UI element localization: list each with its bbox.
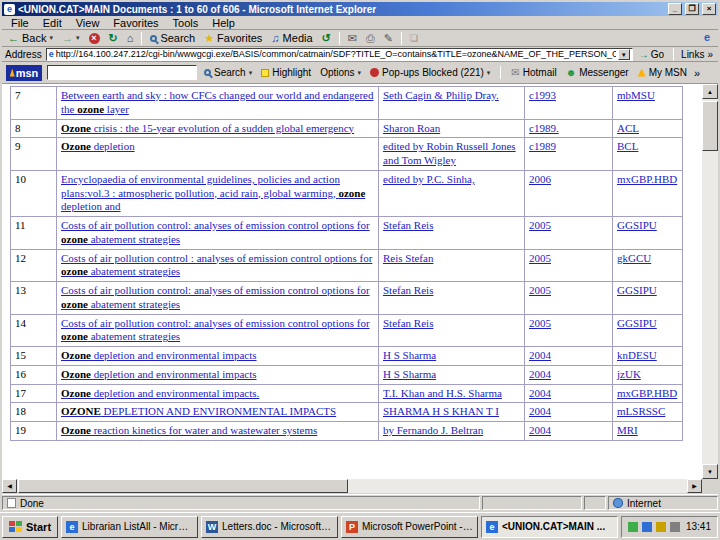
msn-highlight-button[interactable]: Highlight (259, 67, 313, 78)
close-button[interactable]: × (702, 3, 716, 15)
author-link[interactable]: T.I. Khan and H.S. Sharma (383, 387, 502, 399)
menu-help[interactable]: Help (205, 17, 242, 29)
title-link[interactable]: OZONE DEPLETION AND ENVIRONMENTAL IMPACT… (61, 405, 336, 417)
mail-button[interactable]: ✉ (344, 31, 361, 46)
author-link[interactable]: by Fernando J. Beltran (383, 424, 483, 436)
search-button[interactable]: Search (146, 31, 199, 46)
author-link[interactable]: Sharon Roan (383, 122, 440, 134)
taskbar-task[interactable]: WLetters.doc - Microsoft Word (201, 516, 338, 538)
horizontal-scroll-thumb[interactable] (18, 479, 348, 493)
year-link[interactable]: 2004 (529, 349, 551, 361)
start-button[interactable]: Start (2, 516, 58, 538)
menu-tools[interactable]: Tools (166, 17, 206, 29)
edit-button[interactable]: ✎ (380, 31, 397, 46)
year-link[interactable]: 2005 (529, 284, 551, 296)
code-link[interactable]: GGSIPU (617, 219, 657, 231)
vertical-scroll-thumb[interactable] (702, 101, 718, 151)
code-link[interactable]: ACL (617, 122, 639, 134)
title-link[interactable]: Between earth and sky : how CFCs changed… (61, 89, 374, 115)
title-link[interactable]: Ozone reaction kinetics for water and wa… (61, 424, 317, 436)
scroll-left-icon[interactable]: ◀ (2, 479, 17, 493)
code-link[interactable]: mLSRSSC (617, 405, 665, 417)
msn-popups-button[interactable]: Pop-ups Blocked (221) ▾ (368, 67, 492, 78)
year-link[interactable]: c1993 (529, 89, 556, 101)
menu-file[interactable]: File (4, 17, 36, 29)
title-link[interactable]: Ozone depletion and environmental impact… (61, 387, 259, 399)
code-link[interactable]: gkGCU (617, 252, 651, 264)
code-link[interactable]: GGSIPU (617, 317, 657, 329)
home-button[interactable]: ⌂ (123, 31, 138, 46)
year-link[interactable]: 2004 (529, 368, 551, 380)
code-link[interactable]: jzUK (617, 368, 641, 380)
author-link[interactable]: Stefan Reis (383, 284, 433, 296)
title-link[interactable]: Ozone depletion and environmental impact… (61, 349, 257, 361)
msn-search-input[interactable] (47, 65, 197, 80)
title-link[interactable]: Ozone depletion (61, 140, 135, 152)
title-link[interactable]: Costs of air pollution control : analyse… (61, 252, 372, 278)
tray-icon[interactable] (642, 522, 652, 532)
author-link[interactable]: Reis Stefan (383, 252, 433, 264)
year-link[interactable]: 2005 (529, 219, 551, 231)
tray-icon[interactable] (670, 522, 680, 532)
msn-options-button[interactable]: Options ▾ (318, 67, 363, 78)
title-link[interactable]: Encyclopaedia of environmental guideline… (61, 173, 365, 213)
author-link[interactable]: edited by Robin Russell Jones and Tom Wi… (383, 140, 516, 166)
minimize-button[interactable]: _ (668, 3, 682, 15)
msn-mymsn-button[interactable]: My MSN (636, 67, 689, 78)
author-link[interactable]: edited by P.C. Sinha, (383, 173, 475, 185)
horizontal-scrollbar[interactable]: ◀ ▶ (2, 479, 702, 493)
forward-button[interactable]: → ▾ (58, 31, 84, 46)
print-button[interactable]: ⎙ (362, 31, 379, 46)
menu-favorites[interactable]: Favorites (106, 17, 165, 29)
tray-icon[interactable] (656, 522, 666, 532)
author-link[interactable]: Seth Cagin & Philip Dray. (383, 89, 499, 101)
author-link[interactable]: H S Sharma (383, 368, 436, 380)
menu-view[interactable]: View (69, 17, 107, 29)
code-link[interactable]: BCL (617, 140, 638, 152)
title-link[interactable]: Ozone depletion and environmental impact… (61, 368, 257, 380)
favorites-button[interactable]: ★ Favorites (200, 31, 266, 46)
back-button[interactable]: ← Back ▾ (4, 31, 57, 46)
year-link[interactable]: 2004 (529, 424, 551, 436)
title-link[interactable]: Ozone crisis : the 15-year evolution of … (61, 122, 354, 134)
code-link[interactable]: MRI (617, 424, 638, 436)
year-link[interactable]: 2005 (529, 252, 551, 264)
code-link[interactable]: GGSIPU (617, 284, 657, 296)
author-link[interactable]: Stefan Reis (383, 219, 433, 231)
scroll-right-icon[interactable]: ▶ (687, 479, 702, 493)
code-link[interactable]: mxGBP.HBD (617, 173, 677, 185)
code-link[interactable]: mbMSU (617, 89, 655, 101)
taskbar-task[interactable]: e<UNION.CAT>MAIN ... (481, 516, 618, 538)
author-link[interactable]: H S Sharma (383, 349, 436, 361)
menu-edit[interactable]: Edit (36, 17, 69, 29)
address-dropdown-icon[interactable]: ▾ (618, 49, 630, 60)
msn-messenger-button[interactable]: ☻ Messenger (564, 67, 631, 78)
stop-button[interactable]: × (85, 31, 104, 46)
year-link[interactable]: c1989. (529, 122, 559, 134)
refresh-button[interactable]: ↻ (105, 31, 122, 46)
title-link[interactable]: Costs of air pollution control: analyses… (61, 284, 370, 310)
taskbar-task[interactable]: eLibrarian ListAll - Microsof... (61, 516, 198, 538)
restore-button[interactable]: ❐ (685, 3, 699, 15)
discuss-button[interactable]: ❏ (406, 31, 422, 46)
year-link[interactable]: c1989 (529, 140, 556, 152)
address-input[interactable]: e http://164.100.247.212/cgi-bin/wwwgcgi… (46, 48, 633, 61)
year-link[interactable]: 2004 (529, 405, 551, 417)
media-button[interactable]: ♫ Media (267, 31, 316, 46)
year-link[interactable]: 2006 (529, 173, 551, 185)
title-link[interactable]: Costs of air pollution control: analyses… (61, 317, 370, 343)
taskbar-task[interactable]: PMicrosoft PowerPoint - [U... (341, 516, 478, 538)
links-button[interactable]: Links » (681, 49, 715, 60)
year-link[interactable]: 2005 (529, 317, 551, 329)
vertical-scrollbar[interactable]: ▲ ▼ (702, 84, 718, 479)
scroll-up-icon[interactable]: ▲ (702, 84, 718, 99)
code-link[interactable]: mxGBP.HBD (617, 387, 677, 399)
author-link[interactable]: Stefan Reis (383, 317, 433, 329)
year-link[interactable]: 2004 (529, 387, 551, 399)
scroll-down-icon[interactable]: ▼ (702, 464, 718, 479)
go-button[interactable]: → Go (637, 49, 666, 60)
msn-overflow-chevron-icon[interactable]: » (694, 67, 700, 79)
code-link[interactable]: knDESU (617, 349, 657, 361)
msn-hotmail-button[interactable]: ✉ Hotmail (509, 67, 558, 78)
tray-icon[interactable] (628, 522, 638, 532)
